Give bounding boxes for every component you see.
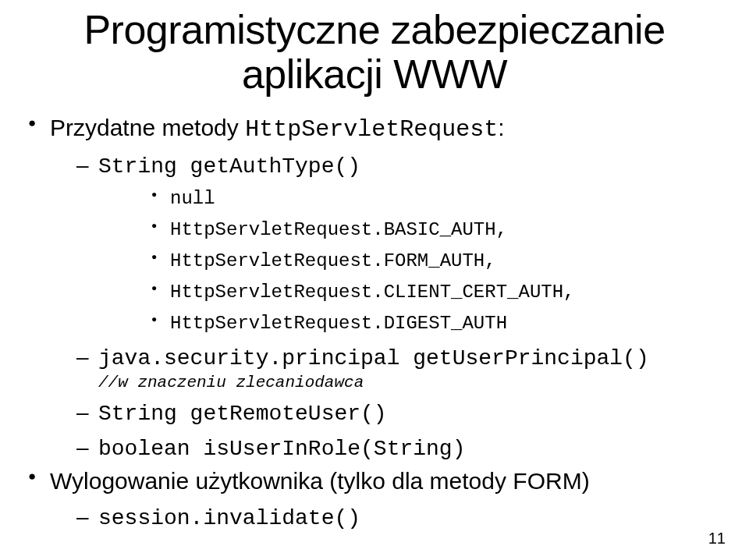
bullet-list: Przydatne metody HttpServletRequest: Str… [23, 112, 726, 533]
b1-1-2-code: HttpServletRequest.BASIC_AUTH, [170, 219, 507, 240]
bullet-getauthtype: String getAuthType() null HttpServletReq… [50, 151, 726, 338]
bullet-client-cert-auth: HttpServletRequest.CLIENT_CERT_AUTH, [98, 277, 726, 307]
bullet-useful-methods: Przydatne metody HttpServletRequest: Str… [23, 112, 726, 464]
b1-1-code: String getAuthType() [98, 154, 360, 179]
bullet-logout: Wylogowanie użytkownika (tylko dla metod… [23, 466, 726, 533]
bullet-session-invalidate: session.invalidate() [50, 502, 726, 533]
b1-suffix: : [498, 115, 504, 140]
bullet-digest-auth: HttpServletRequest.DIGEST_AUTH [98, 308, 726, 338]
slide-title: Programistyczne zabezpieczanie aplikacji… [23, 8, 726, 97]
b1-prefix: Przydatne metody [50, 115, 245, 140]
page-number: 11 [708, 530, 726, 548]
sublist-authvalues: null HttpServletRequest.BASIC_AUTH, Http… [98, 183, 726, 338]
b1-3-code: String getRemoteUser() [98, 402, 387, 426]
b2-1-code: session.invalidate() [98, 506, 360, 530]
bullet-basic-auth: HttpServletRequest.BASIC_AUTH, [98, 214, 726, 244]
b1-1-4-code: HttpServletRequest.CLIENT_CERT_AUTH, [170, 282, 574, 303]
b1-2-comment: //w znaczeniu zlecaniodawca [98, 373, 726, 392]
b1-4-code: boolean isUserInRole(String) [98, 437, 465, 461]
sublist-methods: String getAuthType() null HttpServletReq… [50, 151, 726, 464]
b1-2-code: java.security.principal getUserPrincipal… [98, 346, 649, 370]
b1-1-3-code: HttpServletRequest.FORM_AUTH, [170, 250, 496, 271]
bullet-getuserprincipal: java.security.principal getUserPrincipal… [50, 342, 726, 393]
bullet-isuserinrole: boolean isUserInRole(String) [50, 433, 726, 464]
bullet-form-auth: HttpServletRequest.FORM_AUTH, [98, 246, 726, 275]
bullet-null: null [98, 183, 726, 213]
b1-code: HttpServletRequest [245, 116, 498, 143]
bullet-getremoteuser: String getRemoteUser() [50, 398, 726, 429]
sublist-logout: session.invalidate() [50, 502, 726, 533]
title-line-1: Programistyczne zabezpieczanie [83, 7, 665, 52]
b2-text: Wylogowanie użytkownika (tylko dla metod… [50, 468, 590, 494]
b1-1-5-code: HttpServletRequest.DIGEST_AUTH [170, 313, 507, 334]
b1-1-1-code: null [170, 188, 215, 209]
title-line-2: aplikacji WWW [242, 51, 507, 97]
slide: Programistyczne zabezpieczanie aplikacji… [0, 0, 749, 560]
